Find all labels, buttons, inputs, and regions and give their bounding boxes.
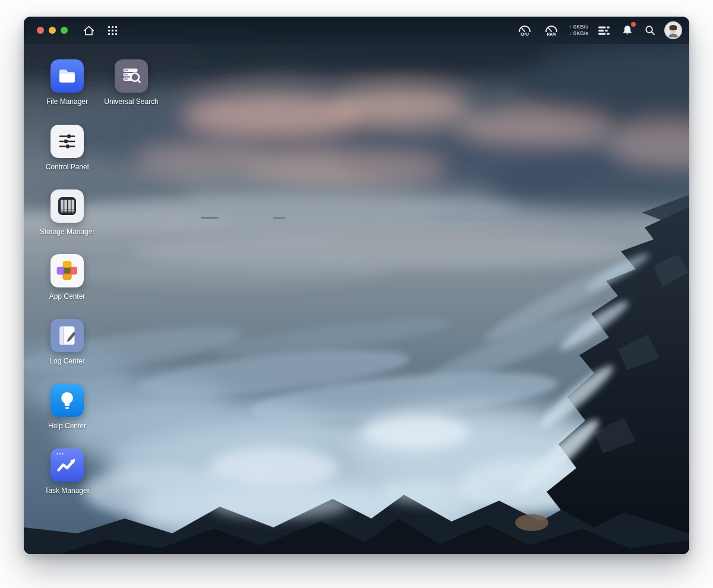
user-avatar-button[interactable] xyxy=(665,23,681,38)
traffic-lights xyxy=(37,27,68,34)
notifications-area xyxy=(620,23,635,37)
app-label: Control Panel xyxy=(46,163,89,171)
universal-search-icon xyxy=(115,59,148,93)
control-panel-icon xyxy=(51,125,84,158)
search-button[interactable] xyxy=(643,24,657,37)
app-label: Log Center xyxy=(49,357,84,365)
app-label: App Center xyxy=(49,292,86,301)
notification-badge xyxy=(630,21,636,27)
menubar-right: CPU RAM ↑ 0KB/s ↓ 0KB/s xyxy=(516,23,681,38)
app-label: File Manager xyxy=(46,97,88,106)
app-label: Task Manager xyxy=(45,486,89,495)
app-storage-manager[interactable]: Storage Manager xyxy=(34,189,100,236)
user-avatar xyxy=(665,23,681,38)
apps-grid-icon xyxy=(108,26,118,36)
ram-monitor-widget[interactable]: RAM xyxy=(542,23,560,37)
storage-manager-icon xyxy=(51,189,84,223)
dsm-desktop-window: CPU RAM ↑ 0KB/s ↓ 0KB/s xyxy=(24,17,689,554)
app-label: Storage Manager xyxy=(40,227,95,236)
app-label: Universal Search xyxy=(104,97,158,106)
menubar-left xyxy=(37,24,119,37)
minimize-button[interactable] xyxy=(49,27,56,34)
app-control-panel[interactable]: Control Panel xyxy=(34,125,100,171)
cpu-label: CPU xyxy=(520,32,529,36)
desktop-icon-grid: File Manager xyxy=(24,17,689,554)
widgets-button[interactable] xyxy=(597,24,611,37)
help-center-icon xyxy=(51,384,84,417)
zoom-button[interactable] xyxy=(61,27,68,34)
log-center-icon xyxy=(51,319,84,352)
network-upload-speed: ↑ 0KB/s xyxy=(569,24,588,30)
ram-gauge-icon: RAM xyxy=(544,24,559,36)
cpu-monitor-widget[interactable]: CPU xyxy=(516,23,534,37)
show-desktop-button[interactable] xyxy=(81,24,96,37)
ram-label: RAM xyxy=(547,32,556,36)
app-log-center[interactable]: Log Center xyxy=(34,319,100,365)
menubar: CPU RAM ↑ 0KB/s ↓ 0KB/s xyxy=(24,17,689,44)
network-speed-widget[interactable]: ↑ 0KB/s ↓ 0KB/s xyxy=(569,24,588,37)
app-task-manager[interactable]: Task Manager xyxy=(34,448,100,495)
app-app-center[interactable]: App Center xyxy=(34,254,100,301)
close-button[interactable] xyxy=(37,27,44,34)
app-label: Help Center xyxy=(48,422,86,430)
search-icon xyxy=(645,25,655,36)
app-help-center[interactable]: Help Center xyxy=(34,384,100,430)
file-manager-icon xyxy=(51,59,84,93)
cpu-gauge-icon: CPU xyxy=(517,24,532,36)
app-universal-search[interactable]: Universal Search xyxy=(99,59,164,106)
network-download-speed: ↓ 0KB/s xyxy=(569,30,588,37)
widgets-icon xyxy=(598,26,610,36)
app-center-icon xyxy=(51,254,84,287)
home-icon xyxy=(83,25,95,36)
app-file-manager[interactable]: File Manager xyxy=(34,59,100,106)
main-menu-button[interactable] xyxy=(106,24,119,37)
task-manager-icon xyxy=(51,448,84,482)
